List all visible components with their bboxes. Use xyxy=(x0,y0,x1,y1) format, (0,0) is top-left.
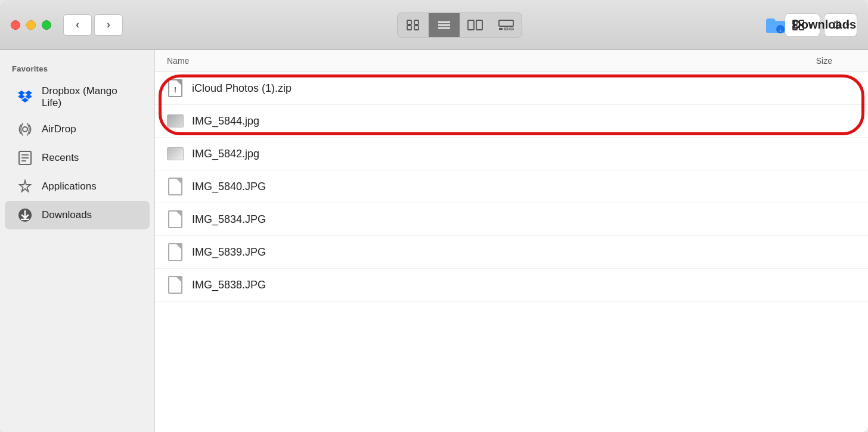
svg-rect-2 xyxy=(407,26,411,30)
svg-rect-1 xyxy=(414,20,418,24)
sidebar-item-airdrop[interactable]: AirDrop xyxy=(5,115,150,144)
finder-window: ‹ › xyxy=(0,0,868,432)
file-icon-img5839 xyxy=(167,242,184,262)
file-row-img5838[interactable]: IMG_5838.JPG xyxy=(155,269,868,302)
jpg-thumbnail-icon xyxy=(167,114,184,128)
sidebar-item-applications[interactable]: Applications xyxy=(5,172,150,201)
nav-buttons: ‹ › xyxy=(63,14,123,36)
file-row-img5839[interactable]: IMG_5839.JPG xyxy=(155,236,868,269)
icon-view-icon xyxy=(407,20,420,30)
file-area: Name Size ! iCloud Photos (1).zip xyxy=(155,50,868,432)
view-controls xyxy=(397,13,522,38)
file-row-icloud-zip[interactable]: ! iCloud Photos (1).zip xyxy=(155,72,868,105)
file-list-header: Name Size xyxy=(155,50,868,72)
main-content: Favorites Dropbox (Mango Life) xyxy=(0,50,868,432)
list-view-icon xyxy=(438,20,451,30)
back-button[interactable]: ‹ xyxy=(63,14,92,36)
zip-file-icon: ! xyxy=(168,79,182,97)
sidebar-item-recents-label: Recents xyxy=(42,152,79,164)
file-row-img5842[interactable]: IMG_5842.jpg xyxy=(155,138,868,170)
maximize-button[interactable] xyxy=(42,20,51,30)
traffic-lights xyxy=(11,20,51,30)
file-icon-img5834 xyxy=(167,209,184,229)
file-name-icloud-zip: iCloud Photos (1).zip xyxy=(192,82,292,95)
file-row-img5834[interactable]: IMG_5834.JPG xyxy=(155,203,868,236)
window-title-area: ↓ Downloads xyxy=(765,0,868,49)
file-name-img5834: IMG_5834.JPG xyxy=(192,213,266,226)
toolbar-center xyxy=(135,13,785,38)
sidebar-item-downloads[interactable]: Downloads xyxy=(5,201,150,229)
file-name-img5840: IMG_5840.JPG xyxy=(192,181,266,193)
svg-marker-21 xyxy=(18,94,25,99)
jpg-thumbnail-5842 xyxy=(167,147,184,160)
zip-exclamation: ! xyxy=(174,85,176,94)
file-name-img5838: IMG_5838.JPG xyxy=(192,279,266,291)
file-name-img5844: IMG_5844.jpg xyxy=(192,115,259,128)
svg-rect-11 xyxy=(504,28,508,30)
dropbox-icon xyxy=(17,89,33,105)
file-name-img5839: IMG_5839.JPG xyxy=(192,246,266,259)
svg-marker-22 xyxy=(25,94,32,99)
svg-rect-9 xyxy=(499,20,513,26)
forward-button[interactable]: › xyxy=(94,14,123,36)
file-generic-5839 xyxy=(168,243,182,261)
icon-view-button[interactable] xyxy=(398,13,429,37)
file-row-img5844[interactable]: IMG_5844.jpg xyxy=(155,105,868,138)
file-icon-img5838 xyxy=(167,275,184,295)
column-name-header: Name xyxy=(167,56,785,66)
svg-rect-0 xyxy=(407,20,411,24)
sidebar-item-dropbox[interactable]: Dropbox (Mango Life) xyxy=(5,79,150,115)
svg-point-24 xyxy=(23,127,27,132)
airdrop-icon xyxy=(17,121,33,138)
sidebar-item-recents[interactable]: Recents xyxy=(5,144,150,172)
sidebar-item-dropbox-label: Dropbox (Mango Life) xyxy=(42,85,138,109)
svg-rect-10 xyxy=(499,28,503,30)
highlighted-group: ! iCloud Photos (1).zip IMG_5844.jpg xyxy=(155,72,868,138)
gallery-view-button[interactable] xyxy=(491,13,522,37)
svg-rect-12 xyxy=(510,28,513,30)
sidebar-section-favorites: Favorites xyxy=(0,62,154,79)
list-view-button[interactable] xyxy=(429,13,460,37)
downloads-folder-icon: ↓ xyxy=(765,16,786,34)
close-button[interactable] xyxy=(11,20,20,30)
column-size-header: Size xyxy=(785,56,856,66)
file-generic-5840 xyxy=(168,178,182,195)
file-icon-img5840 xyxy=(167,176,184,197)
title-bar: ‹ › xyxy=(0,0,868,50)
column-view-icon xyxy=(467,20,483,30)
file-generic-5834 xyxy=(168,210,182,228)
downloads-sidebar-icon xyxy=(17,207,33,223)
applications-icon xyxy=(17,178,33,195)
recents-icon xyxy=(17,150,33,166)
svg-rect-3 xyxy=(414,26,418,30)
sidebar-item-applications-label: Applications xyxy=(42,181,97,192)
svg-rect-8 xyxy=(476,20,482,30)
sidebar-item-downloads-label: Downloads xyxy=(42,209,92,221)
svg-text:↓: ↓ xyxy=(779,27,782,33)
file-icon-zip: ! xyxy=(167,78,184,98)
minimize-button[interactable] xyxy=(26,20,36,30)
sidebar-item-airdrop-label: AirDrop xyxy=(42,123,76,135)
svg-rect-7 xyxy=(468,20,474,30)
file-icon-img5844 xyxy=(167,111,184,131)
file-name-img5842: IMG_5842.jpg xyxy=(192,148,259,160)
column-view-button[interactable] xyxy=(460,13,491,37)
file-icon-img5842 xyxy=(167,144,184,164)
file-row-img5840[interactable]: IMG_5840.JPG xyxy=(155,170,868,203)
file-generic-5838 xyxy=(168,276,182,294)
sidebar: Favorites Dropbox (Mango Life) xyxy=(0,50,155,432)
window-title-text: Downloads xyxy=(792,18,856,32)
svg-marker-23 xyxy=(21,98,29,102)
folder-icon-svg: ↓ xyxy=(765,16,786,34)
gallery-view-icon xyxy=(498,20,514,30)
